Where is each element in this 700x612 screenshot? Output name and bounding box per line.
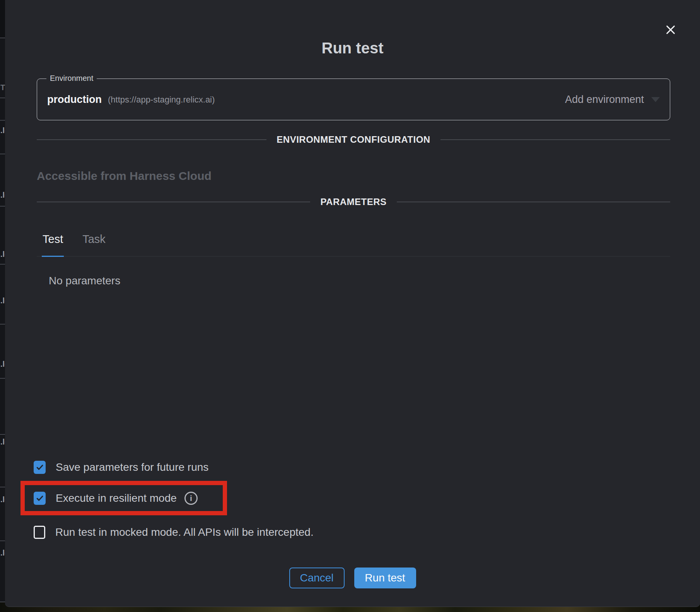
checkbox-checked[interactable] [34, 461, 46, 474]
red-highlight-annotation: Execute in resilient mode i [20, 481, 227, 515]
divider-line [397, 202, 670, 202]
underlay-divider [0, 324, 5, 325]
option-label: Execute in resilient mode [56, 492, 177, 504]
option-label: Run test in mocked mode. All APIs will b… [55, 526, 314, 538]
close-button[interactable] [663, 22, 678, 38]
checkmark-icon [35, 463, 44, 472]
checkmark-icon [35, 494, 44, 503]
underlay-divider [0, 264, 5, 265]
divider-line [37, 202, 310, 202]
divider-line [440, 139, 670, 140]
divider-line [37, 139, 266, 140]
underlay-text-fragment: .l( [0, 549, 5, 557]
underlay-divider [0, 378, 5, 379]
add-environment-dropdown[interactable]: Add environment [565, 94, 660, 106]
underlying-page-sliver: T .l( .l( .l( .l( .l( .l( .l( .l( [0, 0, 5, 602]
option-resilient-mode[interactable]: Execute in resilient mode i [25, 485, 223, 511]
dialog-actions: Cancel Run test [5, 568, 700, 588]
underlay-divider [0, 154, 5, 154]
underlay-header-block [0, 0, 5, 38]
tab-task[interactable]: Task [82, 232, 106, 257]
underlay-text-fragment: .l( [0, 191, 5, 200]
underlay-text-fragment: .l( [0, 126, 5, 135]
section-title: PARAMETERS [320, 197, 386, 207]
underlay-text-fragment: .l( [0, 360, 5, 369]
underlay-divider [0, 602, 5, 602]
underlay-divider [0, 540, 5, 541]
underlay-divider [0, 38, 5, 38]
info-icon[interactable]: i [184, 492, 198, 505]
section-parameters: PARAMETERS [37, 197, 670, 207]
underlay-text-fragment: .l( [0, 438, 5, 446]
underlay-text-fragment: T [0, 83, 5, 92]
chevron-down-icon [651, 97, 660, 102]
parameters-tabs: Test Task [37, 232, 670, 256]
underlay-text-fragment: .l( [0, 250, 5, 259]
environment-field-label: Environment [46, 74, 97, 83]
checkbox-unchecked[interactable] [34, 526, 45, 539]
no-parameters-text: No parameters [49, 275, 120, 287]
section-title: ENVIRONMENT CONFIGURATION [277, 134, 430, 145]
option-mocked-mode[interactable]: Run test in mocked mode. All APIs will b… [34, 525, 314, 540]
option-save-parameters[interactable]: Save parameters for future runs [34, 460, 208, 475]
underlay-divider [0, 120, 5, 121]
underlay-text-fragment: .l( [0, 296, 5, 305]
section-environment-configuration: ENVIRONMENT CONFIGURATION [37, 134, 670, 145]
option-label: Save parameters for future runs [56, 461, 208, 474]
add-environment-label: Add environment [565, 94, 644, 106]
accessible-note: Accessible from Harness Cloud [37, 169, 212, 183]
checkbox-checked[interactable] [34, 492, 46, 505]
underlay-divider [0, 97, 5, 98]
environment-selector[interactable]: Environment production (https://app-stag… [37, 79, 670, 120]
underlay-divider [0, 206, 5, 207]
dialog-title: Run test [5, 39, 700, 57]
underlay-divider [0, 434, 5, 435]
environment-name: production [47, 94, 102, 106]
run-test-button[interactable]: Run test [354, 568, 416, 588]
run-test-dialog: Run test Environment production (https:/… [5, 0, 700, 607]
underlay-text-fragment: .l( [0, 495, 5, 504]
cancel-button[interactable]: Cancel [289, 568, 345, 588]
environment-row: production (https://app-staging.relicx.a… [37, 79, 670, 120]
environment-url: (https://app-staging.relicx.ai) [108, 94, 215, 105]
underlay-divider [0, 487, 5, 487]
close-icon [664, 24, 677, 36]
tab-test[interactable]: Test [42, 232, 64, 257]
screen: T .l( .l( .l( .l( .l( .l( .l( .l( Run te… [0, 0, 700, 612]
